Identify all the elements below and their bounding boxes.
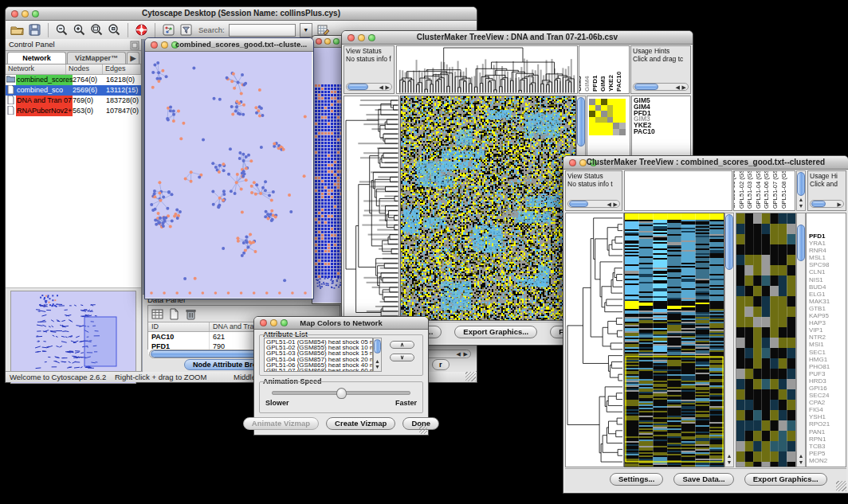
treeview1-title: ClusterMaker TreeView : DNA and Tran 07-… bbox=[342, 33, 693, 41]
network-canvas[interactable] bbox=[145, 52, 312, 298]
doc-icon bbox=[6, 106, 16, 116]
move-up-button[interactable]: ∧ bbox=[390, 341, 414, 349]
network-name: RNAPuberNov2+| bbox=[16, 106, 73, 116]
attribute-listbox[interactable]: GPL51-01 (GSM854) heat shock 05 minGPL51… bbox=[264, 338, 373, 372]
tv2-genelist-vscrollbar[interactable]: ▲▼ bbox=[796, 213, 806, 467]
tv2-collabel-vscrollbar[interactable]: ▲▼ bbox=[796, 170, 806, 211]
tab-fragment[interactable]: r bbox=[432, 359, 450, 370]
control-panel-title: Control Panel bbox=[9, 40, 55, 49]
tv2-heatmap[interactable] bbox=[624, 213, 724, 467]
tv2-usage-scrollbar[interactable]: ▶ bbox=[810, 200, 844, 208]
column-header-edges[interactable]: Edges bbox=[103, 64, 141, 74]
zoom-region-icon[interactable] bbox=[108, 23, 121, 37]
tab-vizmapper[interactable]: VizMapper™ bbox=[67, 52, 126, 64]
settings-button[interactable]: Settings... bbox=[610, 473, 663, 486]
scroll-left-icon[interactable]: ◀ bbox=[457, 350, 461, 358]
network-canvas-2[interactable] bbox=[312, 48, 344, 303]
network-row-rnapubernov2[interactable]: RNAPuberNov2+|563(0)107847(0) bbox=[6, 106, 141, 116]
network-overview-canvas[interactable] bbox=[11, 291, 135, 383]
open-icon[interactable] bbox=[10, 23, 24, 37]
tv2-view-status-line2: No status info t bbox=[567, 180, 620, 188]
create-vizmap-button[interactable]: Create Vizmap bbox=[326, 417, 395, 430]
map-colors-dialog: Map Colors to Network Attribute List GPL… bbox=[253, 316, 429, 436]
gene-label-msi1: MSI1 bbox=[809, 341, 846, 348]
network-row-combined-sco[interactable]: combined_sco2569(6)13112(15) bbox=[6, 85, 141, 96]
tv2-heatmap-vscrollbar[interactable]: ▲▼ bbox=[724, 213, 734, 467]
tv2-col-label-gpl51-03-gsm856: GPL51-03 (GSM856) bbox=[746, 170, 753, 209]
data-column-id[interactable]: ID bbox=[148, 322, 210, 331]
save-data-button[interactable]: Save Data... bbox=[673, 473, 733, 486]
gene-label-gtb1: GTB1 bbox=[809, 305, 846, 312]
save-icon[interactable] bbox=[28, 23, 41, 37]
document-icon[interactable] bbox=[167, 307, 181, 321]
gene-label-rpn1: RPN1 bbox=[809, 436, 846, 443]
matrix-cell bbox=[619, 117, 626, 123]
control-panel: Control Panel NetworkVizMapper™▶ Network… bbox=[6, 39, 142, 372]
tv2-zoom-panel[interactable] bbox=[736, 213, 796, 467]
overview-icon[interactable] bbox=[162, 23, 175, 37]
main-titlebar[interactable]: Cytoscape Desktop (Session Name: collins… bbox=[6, 7, 477, 21]
node-count: 769(0) bbox=[73, 96, 106, 106]
status-welcome: Welcome to Cytoscape 2.6.2 bbox=[10, 373, 106, 381]
slower-label: Slower bbox=[265, 399, 289, 408]
search-dropdown-button[interactable]: ▼ bbox=[300, 23, 312, 37]
gene-label-elg1: ELG1 bbox=[809, 291, 846, 298]
main-resize-grip[interactable] bbox=[465, 371, 476, 381]
tv1-row-dendrogram[interactable] bbox=[344, 96, 399, 321]
column-header-network[interactable]: Network bbox=[6, 64, 66, 74]
dialog-resize-grip[interactable] bbox=[419, 426, 427, 434]
correlation-matrix[interactable] bbox=[589, 99, 626, 135]
filter-icon[interactable] bbox=[179, 23, 193, 37]
tv2-row-dendrogram[interactable] bbox=[565, 213, 624, 467]
tv2-column-dendrogram[interactable] bbox=[624, 170, 732, 211]
edge-count: 13112(15) bbox=[106, 85, 141, 96]
slider-thumb[interactable] bbox=[336, 388, 347, 399]
tv2-resize-grip[interactable] bbox=[836, 481, 846, 491]
tv1-status-scrollbar[interactable]: ◀▶ bbox=[346, 83, 392, 91]
network-tree-empty[interactable] bbox=[6, 116, 141, 288]
tv1-view-status: View Status No status info f ◀▶ bbox=[344, 45, 395, 94]
tab-[interactable]: ▶ bbox=[127, 52, 139, 64]
tv2-view-status-line1: View Status bbox=[567, 172, 620, 180]
matrix-cell bbox=[589, 111, 595, 117]
matrix-cell bbox=[613, 111, 619, 117]
edge-count: 183728(0) bbox=[106, 96, 141, 106]
tv1-column-dendrogram[interactable] bbox=[396, 45, 578, 94]
export-graphics-button[interactable]: Export Graphics... bbox=[454, 326, 537, 338]
zoom-in-icon[interactable] bbox=[73, 23, 86, 37]
table-icon[interactable] bbox=[151, 307, 164, 321]
node-count: 563(0) bbox=[73, 106, 106, 116]
status-hint-zoom: Right-click + drag to ZOOM bbox=[115, 373, 206, 381]
animate-vizmap-button[interactable]: Animate Vizmap bbox=[243, 417, 319, 430]
export-graphics-button[interactable]: Export Graphics... bbox=[744, 473, 827, 486]
matrix-cell bbox=[619, 111, 626, 117]
move-down-button[interactable]: ∨ bbox=[390, 354, 414, 361]
trash-icon[interactable] bbox=[184, 307, 198, 321]
matrix-cell bbox=[613, 105, 619, 111]
matrix-cell bbox=[589, 117, 595, 123]
scroll-right-icon[interactable]: ▶ bbox=[464, 350, 468, 358]
zoom-fit-icon[interactable] bbox=[90, 23, 104, 37]
network-row-combined-scores[interactable]: combined_scores2764(0)16218(0) bbox=[6, 75, 141, 85]
tab-network[interactable]: Network bbox=[7, 52, 66, 64]
attribute-list-vscrollbar[interactable]: ▲▼ bbox=[373, 338, 382, 372]
tv2-status-scrollbar[interactable]: ◀▶ bbox=[567, 200, 620, 208]
network-overview-panel[interactable] bbox=[10, 291, 136, 384]
attribute-item[interactable]: GPL51-07 (GSM868) heat shock 60 min bbox=[265, 368, 372, 372]
animation-slider[interactable] bbox=[272, 391, 410, 395]
column-header-nodes[interactable]: Nodes bbox=[66, 64, 103, 74]
search-input[interactable] bbox=[229, 24, 296, 37]
network-row-dna-and-tran-07[interactable]: DNA and Tran 07769(0)183728(0) bbox=[6, 96, 141, 106]
tv1-heatmap[interactable] bbox=[400, 96, 576, 321]
tv2-usage-line1: Usage Hi bbox=[810, 172, 844, 180]
gene-label-bud4: BUD4 bbox=[809, 283, 846, 291]
tv1-usage-scrollbar[interactable]: ◀▶ bbox=[633, 83, 689, 91]
zoom-out-icon[interactable] bbox=[55, 23, 69, 37]
matrix-cell bbox=[619, 129, 626, 135]
doc-icon bbox=[6, 96, 16, 106]
zoom-window-icon bbox=[333, 38, 340, 45]
gene-label-hrd3: HRD3 bbox=[809, 377, 846, 385]
gene-label-spc98: SPC98 bbox=[809, 261, 846, 268]
float-panel-icon[interactable] bbox=[130, 39, 139, 49]
help-icon[interactable] bbox=[135, 23, 148, 37]
